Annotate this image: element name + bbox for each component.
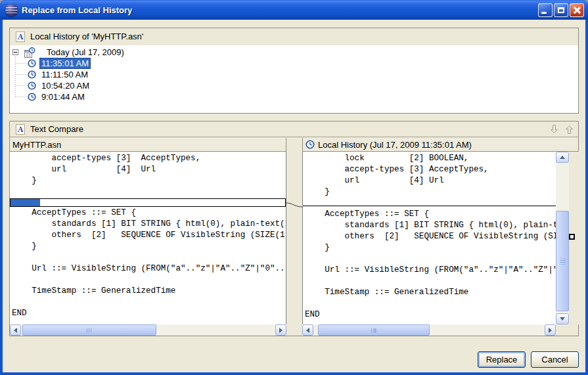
code-line: AcceptTypes ::= SET { xyxy=(10,208,286,219)
previous-difference-button[interactable] xyxy=(564,124,574,135)
minimize-button[interactable] xyxy=(538,3,553,17)
code-line: END xyxy=(10,308,286,319)
arrow-down-icon xyxy=(549,124,559,135)
diff-range-box xyxy=(10,198,286,207)
title-bar[interactable]: Replace from Local History xyxy=(0,0,588,20)
code-line: standards [1] BIT STRING { html(0), plai… xyxy=(303,220,556,231)
cancel-button[interactable]: Cancel xyxy=(531,351,579,368)
next-difference-button[interactable] xyxy=(549,124,559,135)
left-horizontal-scrollbar[interactable] xyxy=(10,324,286,336)
diff-connector-line xyxy=(286,152,302,324)
thumb-grip xyxy=(87,328,93,333)
history-entry[interactable]: 11:35:01 AM xyxy=(10,58,578,69)
left-pane-header: MyHTTP.asn xyxy=(10,138,286,152)
dialog-window: Replace from Local History A Local Histo… xyxy=(0,0,588,375)
horizontal-scroll-thumb[interactable] xyxy=(22,324,156,336)
scroll-right-button[interactable] xyxy=(275,324,286,336)
text-compare-title: Text Compare xyxy=(30,124,544,134)
dialog-client-area: A Local History of 'MyHTTP.asn' Today (J… xyxy=(3,20,585,372)
svg-text:A: A xyxy=(18,125,24,134)
history-entry-label: 10:54:20 AM xyxy=(39,80,91,91)
local-history-group-title: Local History of 'MyHTTP.asn' xyxy=(30,32,143,41)
code-line xyxy=(303,276,556,287)
history-day-node[interactable]: Today (Jul 17, 2009) xyxy=(10,47,578,58)
horizontal-scroll-thumb[interactable] xyxy=(318,324,430,336)
arrow-right-icon xyxy=(549,328,554,333)
local-history-group: A Local History of 'MyHTTP.asn' Today (J… xyxy=(9,28,579,114)
svg-text:A: A xyxy=(18,32,24,41)
eclipse-logo-icon xyxy=(5,4,18,16)
local-history-group-header: A Local History of 'MyHTTP.asn' xyxy=(10,28,578,45)
code-line: } xyxy=(10,175,286,187)
window-controls xyxy=(538,3,584,17)
code-line: } xyxy=(10,241,286,252)
scroll-right-button[interactable] xyxy=(545,324,556,336)
code-line xyxy=(10,252,286,263)
code-line: accept-types [3] AcceptTypes, xyxy=(10,153,286,164)
code-line: others [2] SEQUENCE OF VisibleString (SI… xyxy=(10,230,286,241)
left-pane-title: MyHTTP.asn xyxy=(12,140,61,150)
arrow-up-icon xyxy=(564,124,574,135)
right-pane-header: Local History (Jul 17, 2009 11:35:01 AM) xyxy=(302,138,578,152)
clock-icon xyxy=(28,93,36,101)
history-entry[interactable]: 10:54:20 AM xyxy=(10,80,578,91)
overview-ruler[interactable] xyxy=(569,152,579,324)
right-horizontal-scrollbar[interactable] xyxy=(302,324,556,336)
tree-collapse-icon[interactable] xyxy=(12,49,18,55)
minimize-icon xyxy=(541,12,547,14)
code-line: url [4] Url xyxy=(10,164,286,175)
code-line: others [2] SEQUENCE OF VisibleString (SI… xyxy=(303,231,556,242)
history-tree[interactable]: Today (Jul 17, 2009) 11:35:01 AM11:11:50… xyxy=(10,45,578,113)
code-line: TimeStamp ::= GeneralizedTime xyxy=(10,286,286,297)
thumb-grip xyxy=(371,328,377,333)
code-line xyxy=(303,298,556,309)
tree-guide-line xyxy=(16,74,27,75)
diff-overview-marker[interactable] xyxy=(569,234,575,240)
diff-navigation xyxy=(549,124,574,135)
history-day-label: Today (Jul 17, 2009) xyxy=(45,47,126,58)
history-entry[interactable]: 9:01:44 AM xyxy=(10,91,578,102)
history-entry-label: 9:01:44 AM xyxy=(39,91,87,102)
right-pane-title: Local History (Jul 17, 2009 11:35:01 AM) xyxy=(318,140,472,150)
code-line xyxy=(10,275,286,286)
history-entry-label: 11:11:50 AM xyxy=(39,69,90,80)
maximize-button[interactable] xyxy=(554,3,568,17)
scroll-up-button[interactable] xyxy=(556,152,569,163)
code-line xyxy=(303,254,556,265)
clock-icon xyxy=(305,140,315,149)
history-entries: 11:35:01 AM11:11:50 AM10:54:20 AM9:01:44… xyxy=(10,58,578,102)
code-line xyxy=(10,297,286,308)
code-line: lock [2] BOOLEAN, xyxy=(303,153,556,164)
text-compare-header: A Text Compare xyxy=(10,121,578,137)
text-compare-group: A Text Compare M xyxy=(9,121,579,336)
tree-guide-line xyxy=(16,85,27,86)
code-line xyxy=(10,187,286,198)
right-code-pane[interactable]: lock [2] BOOLEAN, accept-types [3] Accep… xyxy=(302,152,556,324)
history-entry[interactable]: 11:11:50 AM xyxy=(10,69,578,80)
left-code-pane[interactable]: accept-types [3] AcceptTypes, url [4] Ur… xyxy=(10,152,286,324)
thumb-grip xyxy=(560,258,566,264)
vertical-scrollbar[interactable] xyxy=(556,152,569,324)
arrow-left-icon xyxy=(11,328,17,333)
code-line: } xyxy=(303,187,556,198)
close-icon xyxy=(573,6,581,14)
close-button[interactable] xyxy=(570,3,584,17)
vertical-scroll-thumb[interactable] xyxy=(556,211,569,311)
scroll-left-button[interactable] xyxy=(10,324,21,336)
scroll-down-button[interactable] xyxy=(556,313,569,324)
tree-guide-line xyxy=(16,63,27,64)
diff-connector-area xyxy=(286,152,302,324)
code-line: AcceptTypes ::= SET { xyxy=(303,209,556,220)
maximize-icon xyxy=(558,7,564,13)
clock-icon xyxy=(28,59,36,68)
code-line: url [4] Url xyxy=(303,175,556,187)
tree-guide-line xyxy=(16,97,27,97)
diff-insertion-line xyxy=(303,206,556,206)
arrow-up-icon xyxy=(560,153,565,159)
code-line xyxy=(303,198,556,209)
replace-button[interactable]: Replace xyxy=(478,351,526,368)
scroll-left-button[interactable] xyxy=(302,324,313,336)
code-line: Url ::= VisibleString (FROM("a".."z"|"A"… xyxy=(10,263,286,275)
code-line: Url ::= VisibleString (FROM("a".."z"|"A"… xyxy=(303,265,556,276)
code-line: standards [1] BIT STRING { html(0), plai… xyxy=(10,219,286,230)
